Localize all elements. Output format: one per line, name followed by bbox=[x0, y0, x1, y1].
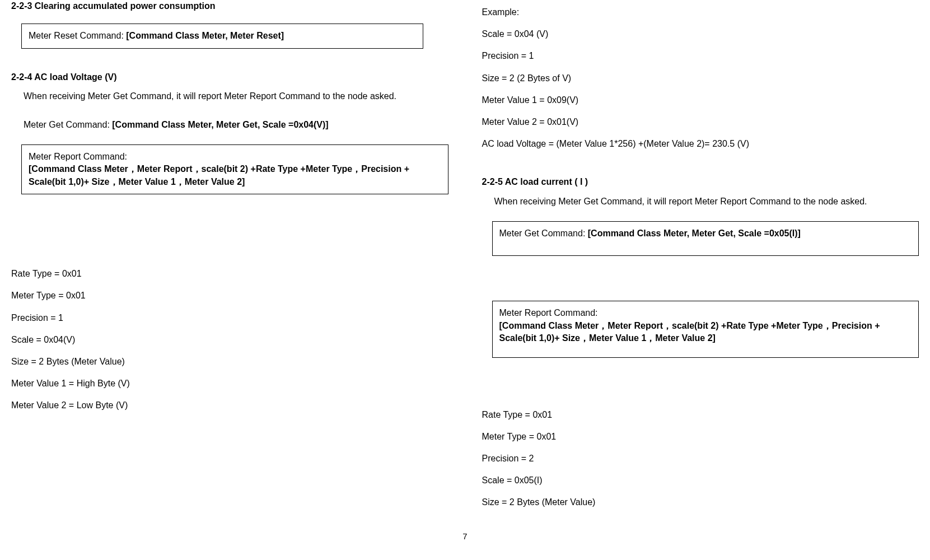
meter-report-224-content: [Command Class Meter，Meter Report，scale(… bbox=[29, 163, 441, 188]
param-224-5: Meter Value 1 = High Byte (V) bbox=[11, 374, 448, 393]
meter-report-225-content: [Command Class Meter，Meter Report，scale(… bbox=[499, 320, 912, 345]
example-label: Example: bbox=[482, 2, 919, 22]
example-line-1: Precision = 1 bbox=[482, 46, 919, 66]
param-224-3: Scale = 0x04(V) bbox=[11, 330, 448, 349]
meter-get-225-label: Meter Get Command: bbox=[499, 228, 588, 238]
meter-report-224-box: Meter Report Command: [Command Class Met… bbox=[21, 144, 448, 194]
meter-get-224-label: Meter Get Command: bbox=[24, 120, 112, 129]
example-line-5: AC load Voltage = (Meter Value 1*256) +(… bbox=[482, 134, 919, 153]
param-224-1: Meter Type = 0x01 bbox=[11, 286, 448, 305]
param-224-6: Meter Value 2 = Low Byte (V) bbox=[11, 395, 448, 415]
param-225-2: Precision = 2 bbox=[482, 449, 919, 468]
meter-get-224: Meter Get Command: [Command Class Meter,… bbox=[11, 116, 448, 133]
param-224-0: Rate Type = 0x01 bbox=[11, 264, 448, 283]
heading-225: 2-2-5 AC load current ( I ) bbox=[482, 176, 919, 188]
param-225-4: Size = 2 Bytes (Meter Value) bbox=[482, 492, 919, 512]
meter-get-225-content: [Command Class Meter, Meter Get, Scale =… bbox=[588, 228, 801, 238]
paragraph-224: When receiving Meter Get Command, it wil… bbox=[11, 88, 448, 105]
param-224-4: Size = 2 Bytes (Meter Value) bbox=[11, 352, 448, 371]
left-column: 2-2-3 Clearing accumulated power consump… bbox=[11, 0, 448, 515]
param-225-3: Scale = 0x05(I) bbox=[482, 470, 919, 490]
meter-report-225-box: Meter Report Command: [Command Class Met… bbox=[492, 301, 919, 357]
example-line-3: Meter Value 1 = 0x09(V) bbox=[482, 90, 919, 110]
example-line-2: Size = 2 (2 Bytes of V) bbox=[482, 68, 919, 88]
paragraph-225: When receiving Meter Get Command, it wil… bbox=[482, 193, 919, 210]
param-224-2: Precision = 1 bbox=[11, 308, 448, 328]
example-line-4: Meter Value 2 = 0x01(V) bbox=[482, 112, 919, 132]
meter-reset-content: [Command Class Meter, Meter Reset] bbox=[126, 31, 284, 40]
meter-report-224-label: Meter Report Command: bbox=[29, 151, 441, 163]
meter-get-225-box: Meter Get Command: [Command Class Meter,… bbox=[492, 221, 919, 256]
heading-224: 2-2-4 AC load Voltage (V) bbox=[11, 71, 448, 83]
page-number: 7 bbox=[0, 531, 930, 541]
meter-reset-box: Meter Reset Command: [Command Class Mete… bbox=[21, 24, 423, 48]
example-line-0: Scale = 0x04 (V) bbox=[482, 24, 919, 44]
meter-reset-label: Meter Reset Command: bbox=[29, 31, 126, 40]
right-column: Example: Scale = 0x04 (V) Precision = 1 … bbox=[482, 0, 919, 515]
heading-223: 2-2-3 Clearing accumulated power consump… bbox=[11, 0, 448, 12]
param-225-1: Meter Type = 0x01 bbox=[482, 427, 919, 446]
param-225-0: Rate Type = 0x01 bbox=[482, 405, 919, 424]
meter-report-225-label: Meter Report Command: bbox=[499, 307, 912, 319]
meter-get-224-content: [Command Class Meter, Meter Get, Scale =… bbox=[112, 120, 328, 129]
